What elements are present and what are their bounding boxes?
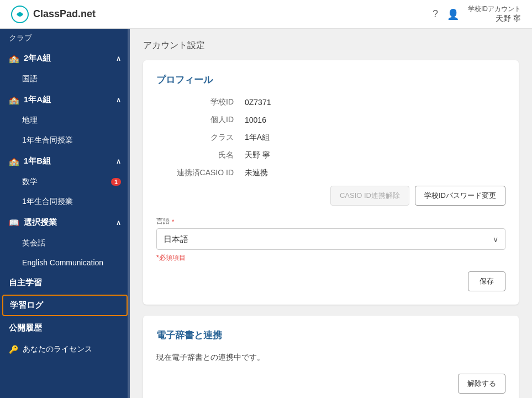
profile-row-school-id: 学校ID 0Z7371: [156, 97, 505, 107]
chevron-1b: ∧: [116, 158, 121, 165]
label-casio-id: 連携済CASIO ID: [156, 168, 245, 178]
sidebar-item-kokugo[interactable]: 国語: [0, 69, 130, 89]
language-section: 言語 * 日本語 English ∨ *必須項目 保存: [156, 217, 505, 291]
logo-icon: [11, 6, 29, 23]
group-icon-1b: 🏫: [9, 156, 19, 166]
sidebar-item-log[interactable]: 学習ログ: [2, 295, 128, 316]
casio-unlink-button: CASIO ID連携解除: [330, 186, 409, 206]
required-note: *必須項目: [156, 253, 505, 263]
header-right: ? 👤 学校IDアカウント 天野 寧: [433, 4, 521, 24]
value-class: 1年A組: [245, 133, 270, 143]
dictionary-card: 電子辞書と連携 現在電子辞書との連携中です。 解除する: [143, 316, 519, 398]
main-layout: クラブ 🏫 2年A組 ∧ 国語 🏫 1年A組 ∧ 地理 1年生合同授業: [0, 29, 532, 398]
logo-text: ClassPad.net: [33, 8, 96, 20]
label-personal-id: 個人ID: [156, 115, 245, 125]
sidebar-item-eikaiwa[interactable]: 英会話: [0, 233, 130, 253]
required-mark: *: [172, 218, 174, 225]
chevron-1a: ∧: [116, 96, 121, 104]
save-button[interactable]: 保存: [468, 271, 505, 291]
change-password-button[interactable]: 学校IDパスワード変更: [415, 186, 505, 206]
sidebar-item-english-comm[interactable]: English Communication: [0, 253, 130, 272]
sidebar: クラブ 🏫 2年A組 ∧ 国語 🏫 1年A組 ∧ 地理 1年生合同授業: [0, 29, 130, 398]
save-row: 保存: [156, 271, 505, 291]
group-icon-2a: 🏫: [9, 54, 19, 64]
sidebar-item-license[interactable]: 🔑 あなたのライセンス: [0, 339, 130, 360]
profile-actions: CASIO ID連携解除 学校IDパスワード変更: [156, 186, 505, 206]
sidebar-group-2a[interactable]: 🏫 2年A組 ∧: [0, 48, 130, 69]
chevron-elective: ∧: [116, 219, 121, 227]
profile-row-name: 氏名 天野 寧: [156, 150, 505, 160]
profile-row-casio-id: 連携済CASIO ID 未連携: [156, 168, 505, 178]
lang-label-row: 言語 *: [156, 217, 505, 226]
label-school-id: 学校ID: [156, 97, 245, 107]
dictionary-actions: 解除する: [156, 374, 505, 394]
label-class: クラス: [156, 133, 245, 143]
help-icon[interactable]: ?: [433, 8, 438, 20]
content-area: アカウント設定 プロフィール 学校ID 0Z7371 個人ID 10016 クラ…: [130, 29, 532, 398]
sidebar-group-1b[interactable]: 🏫 1年B組 ∧: [0, 150, 130, 172]
logo: ClassPad.net: [11, 6, 96, 23]
sidebar-item-jishu[interactable]: 自主学習: [0, 272, 130, 294]
value-personal-id: 10016: [245, 116, 266, 124]
profile-row-class: クラス 1年A組: [156, 133, 505, 143]
value-casio-id: 未連携: [245, 168, 268, 178]
lang-select-wrapper: 日本語 English ∨: [156, 228, 505, 250]
user-icon[interactable]: 👤: [447, 8, 459, 20]
header: ClassPad.net ? 👤 学校IDアカウント 天野 寧: [0, 0, 532, 29]
label-name: 氏名: [156, 150, 245, 160]
math-badge: 1: [111, 178, 121, 186]
chevron-2a: ∧: [116, 55, 121, 62]
user-info: 学校IDアカウント 天野 寧: [468, 4, 521, 24]
profile-card-title: プロフィール: [156, 74, 505, 86]
sidebar-item-math[interactable]: 数学 1: [0, 172, 130, 192]
profile-card: プロフィール 学校ID 0Z7371 個人ID 10016 クラス 1年A組 氏…: [143, 60, 519, 305]
sidebar-item-1b-joint[interactable]: 1年生合同授業: [0, 192, 130, 212]
sidebar-item-1a-joint[interactable]: 1年生合同授業: [0, 130, 130, 150]
sidebar-group-1a[interactable]: 🏫 1年A組 ∧: [0, 89, 130, 111]
page-title: アカウント設定: [143, 40, 519, 51]
dictionary-card-title: 電子辞書と連携: [156, 329, 505, 342]
value-school-id: 0Z7371: [245, 98, 271, 107]
lang-label-text: 言語: [156, 217, 170, 226]
dictionary-text: 現在電子辞書との連携中です。: [156, 353, 505, 363]
language-select[interactable]: 日本語 English: [157, 229, 505, 249]
sidebar-group-elective[interactable]: 📖 選択授業 ∧: [0, 212, 130, 233]
scroll-indicator: [128, 29, 130, 398]
license-icon: 🔑: [9, 345, 18, 354]
book-icon: 📖: [9, 218, 19, 228]
sidebar-item-history[interactable]: 公開履歴: [0, 317, 130, 339]
group-icon-1a: 🏫: [9, 95, 19, 105]
value-name: 天野 寧: [245, 150, 270, 160]
remove-dictionary-button[interactable]: 解除する: [458, 374, 505, 394]
user-name: 天野 寧: [496, 14, 521, 24]
sidebar-item-chiri[interactable]: 地理: [0, 111, 130, 130]
user-account-label: 学校IDアカウント: [468, 4, 521, 14]
profile-row-personal-id: 個人ID 10016: [156, 115, 505, 125]
sidebar-top-partial[interactable]: クラブ: [0, 29, 130, 48]
